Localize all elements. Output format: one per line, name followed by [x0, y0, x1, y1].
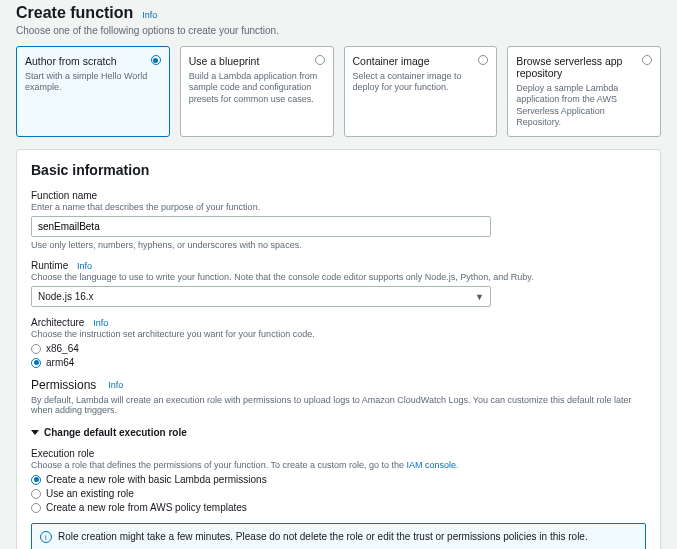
role-info-box: i Role creation might take a few minutes… [31, 523, 646, 549]
radio-icon [31, 358, 41, 368]
arch-x86-option[interactable]: x86_64 [31, 343, 646, 354]
option-container-image[interactable]: Container image Select a container image… [344, 46, 498, 137]
option-desc: Build a Lambda application from sample c… [189, 71, 325, 105]
role-option-existing[interactable]: Use an existing role [31, 488, 646, 499]
change-role-expander[interactable]: Change default execution role [31, 427, 646, 438]
option-title: Use a blueprint [189, 55, 325, 67]
option-author-from-scratch[interactable]: Author from scratch Start with a simple … [16, 46, 170, 137]
function-name-sub: Enter a name that describes the purpose … [31, 202, 646, 212]
option-title: Author from scratch [25, 55, 161, 67]
info-link-runtime[interactable]: Info [77, 261, 92, 271]
runtime-label: Runtime [31, 260, 68, 271]
permissions-header: Permissions Info [31, 378, 646, 392]
runtime-value: Node.js 16.x [38, 291, 94, 302]
execution-role-sub: Choose a role that defines the permissio… [31, 460, 646, 470]
function-name-helper: Use only letters, numbers, hyphens, or u… [31, 240, 646, 250]
radio-icon [642, 55, 652, 65]
option-desc: Deploy a sample Lambda application from … [516, 83, 652, 128]
function-name-label: Function name [31, 190, 646, 201]
runtime-select[interactable]: Node.js 16.x ▼ [31, 286, 491, 307]
radio-icon [31, 489, 41, 499]
option-desc: Start with a simple Hello World example. [25, 71, 161, 94]
arch-arm-option[interactable]: arm64 [31, 357, 646, 368]
info-link-architecture[interactable]: Info [93, 318, 108, 328]
function-name-field: Function name Enter a name that describe… [31, 190, 646, 250]
iam-console-link[interactable]: IAM console [407, 460, 457, 470]
info-link-permissions[interactable]: Info [108, 380, 123, 390]
chevron-down-icon: ▼ [475, 292, 484, 302]
option-use-blueprint[interactable]: Use a blueprint Build a Lambda applicati… [180, 46, 334, 137]
architecture-field: Architecture Info Choose the instruction… [31, 317, 646, 368]
info-icon: i [40, 531, 52, 543]
page-header: Create function Info Choose one of the f… [16, 4, 661, 36]
creation-options: Author from scratch Start with a simple … [16, 46, 661, 137]
architecture-label: Architecture [31, 317, 84, 328]
radio-icon [31, 344, 41, 354]
page-title: Create function [16, 4, 133, 22]
role-info-text: Role creation might take a few minutes. … [58, 531, 588, 542]
runtime-field: Runtime Info Choose the language to use … [31, 260, 646, 307]
role-option-label: Use an existing role [46, 488, 134, 499]
radio-icon [315, 55, 325, 65]
function-name-input[interactable] [31, 216, 491, 237]
permissions-title: Permissions [31, 378, 96, 392]
arch-x86-label: x86_64 [46, 343, 79, 354]
option-title: Browse serverless app repository [516, 55, 652, 79]
runtime-sub: Choose the language to use to write your… [31, 272, 646, 282]
execution-role-label: Execution role [31, 448, 646, 459]
info-link-header[interactable]: Info [142, 10, 157, 20]
radio-icon [31, 475, 41, 485]
option-title: Container image [353, 55, 489, 67]
option-desc: Select a container image to deploy for y… [353, 71, 489, 94]
basic-heading: Basic information [31, 162, 646, 178]
triangle-down-icon [31, 430, 39, 435]
radio-icon [151, 55, 161, 65]
permissions-desc: By default, Lambda will create an execut… [31, 395, 646, 415]
architecture-sub: Choose the instruction set architecture … [31, 329, 646, 339]
role-option-policy-templates[interactable]: Create a new role from AWS policy templa… [31, 502, 646, 513]
page-subtitle: Choose one of the following options to c… [16, 25, 661, 36]
change-role-label: Change default execution role [44, 427, 187, 438]
basic-information-panel: Basic information Function name Enter a … [16, 149, 661, 549]
role-option-label: Create a new role with basic Lambda perm… [46, 474, 267, 485]
role-option-create-basic[interactable]: Create a new role with basic Lambda perm… [31, 474, 646, 485]
option-serverless-repo[interactable]: Browse serverless app repository Deploy … [507, 46, 661, 137]
arch-arm-label: arm64 [46, 357, 74, 368]
role-option-label: Create a new role from AWS policy templa… [46, 502, 247, 513]
radio-icon [31, 503, 41, 513]
